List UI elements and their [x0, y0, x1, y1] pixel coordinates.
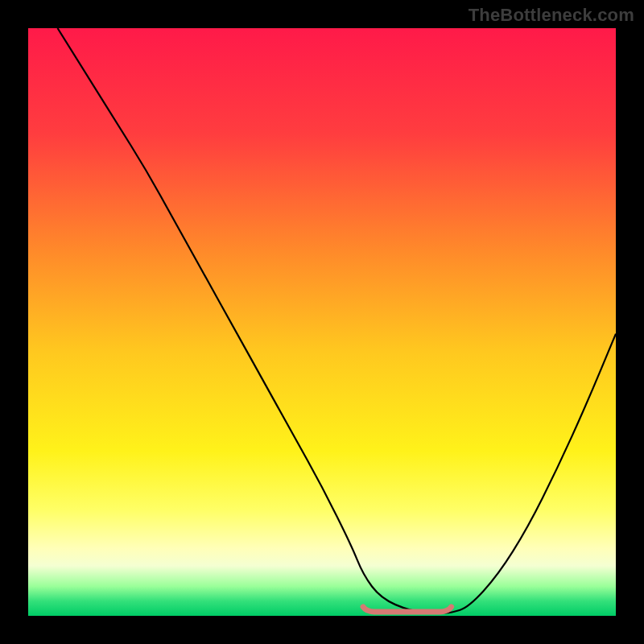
chart-frame: TheBottleneck.com: [0, 0, 644, 644]
plot-area: [28, 28, 616, 616]
watermark-text: TheBottleneck.com: [469, 5, 634, 26]
bottleneck-chart: [28, 28, 616, 616]
